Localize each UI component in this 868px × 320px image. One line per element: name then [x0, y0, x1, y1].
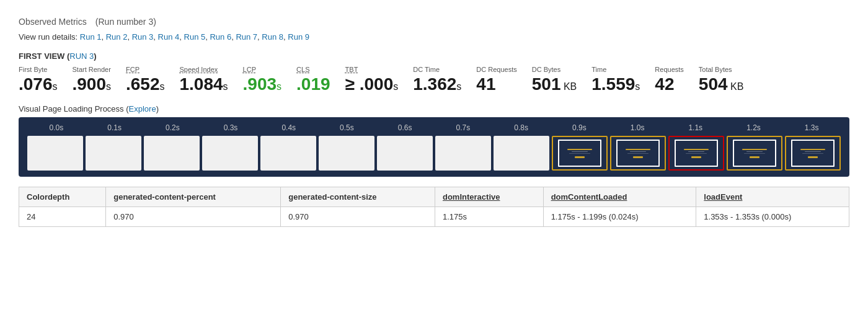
- metric-item-11: Requests42: [655, 66, 698, 94]
- metric-label-7: DC Time: [413, 66, 461, 73]
- filmstrip-time-5: 0.5s: [318, 123, 376, 132]
- run-link-2[interactable]: Run 2: [106, 32, 128, 42]
- explore-link[interactable]: Explore: [129, 104, 156, 113]
- run-links: View run details: Run 1, Run 2, Run 3, R…: [19, 32, 849, 42]
- metric-value-12: 504 KB: [699, 74, 744, 94]
- frame-inner-9: [553, 137, 606, 169]
- table-cell-1: 0.970: [106, 207, 281, 227]
- metric-value-4: .903s: [243, 74, 282, 94]
- table-cell-5: 1.353s - 1.353s (0.000s): [696, 207, 849, 227]
- metric-label-0: First Byte: [19, 66, 58, 73]
- metric-label-11: Requests: [655, 66, 683, 73]
- metric-value-7: 1.362s: [413, 74, 461, 94]
- metric-value-3: 1.084s: [180, 74, 228, 94]
- table-header-2: generated-content-size: [281, 187, 435, 207]
- filmstrip-frames: [27, 136, 841, 171]
- run-link-6[interactable]: Run 6: [210, 32, 231, 42]
- metric-item-7: DC Time1.362s: [413, 66, 476, 94]
- filmstrip-frame-8: [494, 136, 549, 171]
- run-link-5[interactable]: Run 5: [184, 32, 206, 42]
- table-cell-0: 24: [19, 207, 106, 227]
- filmstrip-frame-5: [319, 136, 374, 171]
- metric-value-8: 41: [476, 74, 516, 94]
- metric-item-0: First Byte.076s: [19, 66, 73, 94]
- filmstrip-frame-0: [27, 136, 83, 171]
- filmstrip-frame-9: [552, 136, 608, 171]
- metric-label-6: TBT: [345, 66, 399, 73]
- filmstrip-frame-1: [86, 136, 141, 171]
- metric-item-6: TBT≥ .000s: [345, 66, 414, 94]
- metric-value-2: .652s: [126, 74, 165, 94]
- metric-label-5: CLS: [296, 66, 330, 73]
- table-header-0: Colordepth: [19, 187, 106, 207]
- metric-label-3: Speed Index: [180, 66, 228, 73]
- filmstrip-frame-2: [144, 136, 200, 171]
- frame-inner-11: [670, 137, 723, 169]
- metric-item-8: DC Requests41: [476, 66, 531, 94]
- filmstrip-frame-13: [785, 136, 841, 171]
- filmstrip-time-10: 1.0s: [608, 123, 666, 132]
- run-link-9[interactable]: Run 9: [288, 32, 309, 42]
- filmstrip-time-2: 0.2s: [143, 123, 202, 132]
- filmstrip-frame-10: [610, 136, 666, 171]
- filmstrip-time-9: 0.9s: [550, 123, 608, 132]
- table-header-1: generated-content-percent: [106, 187, 281, 207]
- metric-label-1: Start Render: [73, 66, 112, 73]
- metric-label-10: Time: [591, 66, 640, 73]
- metric-item-1: Start Render.900s: [73, 66, 126, 94]
- filmstrip-time-0: 0.0s: [27, 123, 86, 132]
- run-link-3[interactable]: Run 3: [132, 32, 154, 42]
- table-row: 240.9700.9701.175s1.175s - 1.199s (0.024…: [19, 207, 849, 227]
- metric-label-2: FCP: [126, 66, 165, 73]
- data-table: Colordepthgenerated-content-percentgener…: [19, 187, 849, 227]
- metric-label-9: DC Bytes: [532, 66, 577, 73]
- table-cell-3: 1.175s: [435, 207, 543, 227]
- filmstrip-time-11: 1.1s: [666, 123, 725, 132]
- filmstrip-time-12: 1.2s: [725, 123, 783, 132]
- run3-link[interactable]: RUN 3: [69, 51, 94, 61]
- table-cell-2: 0.970: [281, 207, 435, 227]
- metric-value-9: 501 KB: [532, 74, 577, 94]
- run-link-4[interactable]: Run 4: [158, 32, 180, 42]
- metric-item-3: Speed Index1.084s: [180, 66, 243, 94]
- table-header-5[interactable]: loadEvent: [696, 187, 849, 207]
- metric-value-5: .019: [296, 74, 330, 94]
- metric-label-8: DC Requests: [476, 66, 516, 73]
- filmstrip-frame-7: [435, 136, 491, 171]
- filmstrip-frame-11: [668, 136, 724, 171]
- table-cell-4: 1.175s - 1.199s (0.024s): [543, 207, 696, 227]
- run-link-7[interactable]: Run 7: [236, 32, 257, 42]
- frame-inner-13: [786, 137, 839, 169]
- filmstrip-frame-6: [377, 136, 433, 171]
- metric-item-5: CLS.019: [296, 66, 345, 94]
- filmstrip-time-3: 0.3s: [202, 123, 260, 132]
- table-header-3[interactable]: domInteractive: [435, 187, 543, 207]
- metric-item-4: LCP.903s: [243, 66, 297, 94]
- metric-item-10: Time1.559s: [591, 66, 655, 94]
- metric-value-10: 1.559s: [591, 74, 640, 94]
- metric-item-12: Total Bytes504 KB: [699, 66, 759, 94]
- frame-inner-10: [611, 137, 665, 169]
- run-link-8[interactable]: Run 8: [262, 32, 283, 42]
- filmstrip-time-7: 0.7s: [434, 123, 492, 132]
- filmstrip-time-4: 0.4s: [260, 123, 318, 132]
- filmstrip-time-6: 0.6s: [376, 123, 434, 132]
- table-header-4[interactable]: domContentLoaded: [543, 187, 696, 207]
- filmstrip-times: 0.0s0.1s0.2s0.3s0.4s0.5s0.6s0.7s0.8s0.9s…: [27, 123, 841, 132]
- metric-label-12: Total Bytes: [699, 66, 744, 73]
- metric-item-2: FCP.652s: [126, 66, 180, 94]
- filmstrip-container: 0.0s0.1s0.2s0.3s0.4s0.5s0.6s0.7s0.8s0.9s…: [19, 117, 849, 177]
- filmstrip-time-1: 0.1s: [86, 123, 144, 132]
- metric-value-1: .900s: [73, 74, 112, 94]
- filmstrip-time-8: 0.8s: [492, 123, 551, 132]
- filmstrip-frame-4: [260, 136, 316, 171]
- visual-section: Visual Page Loading Process (Explore) 0.…: [19, 104, 849, 177]
- metric-value-6: ≥ .000s: [345, 74, 399, 94]
- filmstrip-frame-3: [202, 136, 258, 171]
- metric-item-9: DC Bytes501 KB: [532, 66, 592, 94]
- page-title: Observed Metrics (Run number 3): [19, 12, 849, 29]
- visual-title: Visual Page Loading Process (Explore): [19, 104, 849, 113]
- filmstrip-time-13: 1.3s: [782, 123, 841, 132]
- run-link-1[interactable]: Run 1: [80, 32, 102, 42]
- metric-label-4: LCP: [243, 66, 282, 73]
